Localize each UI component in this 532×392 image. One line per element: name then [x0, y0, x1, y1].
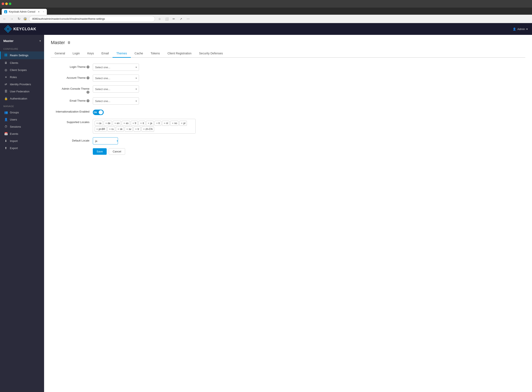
email-theme-label: Email Theme ?: [51, 98, 93, 102]
content-area: Master 🗑 General Login Keys Email Themes…: [44, 35, 532, 392]
login-theme-select[interactable]: Select one...: [93, 64, 139, 71]
default-locale-select[interactable]: ja: [93, 137, 118, 145]
cancel-button[interactable]: Cancel: [109, 148, 125, 155]
account-theme-help-icon[interactable]: ?: [87, 76, 89, 79]
admin-console-theme-control: Select one... ▾: [93, 85, 202, 93]
login-theme-help-icon[interactable]: ?: [87, 65, 89, 68]
locale-tag: ✕nl: [162, 121, 169, 126]
admin-console-theme-row: Admin Console Theme ? Select one... ▾: [51, 85, 202, 94]
toggle-track[interactable]: ON: [93, 110, 104, 115]
admin-console-theme-help-icon[interactable]: ?: [87, 91, 89, 94]
locale-remove-btn[interactable]: ✕: [172, 122, 174, 125]
sidebar-item-client-scopes[interactable]: ◎ Client Scopes: [0, 66, 44, 74]
tab-cache[interactable]: Cache: [131, 50, 147, 58]
locale-tag: ✕pl: [179, 121, 187, 126]
tab-email[interactable]: Email: [98, 50, 112, 58]
realm-settings-icon: [4, 53, 8, 57]
export-icon: ⬆: [4, 146, 8, 150]
keycloak-logo: KEYCLOAK: [4, 25, 36, 33]
sidebar-item-label: User Federation: [10, 90, 29, 93]
menu-icon[interactable]: ⋯: [186, 16, 191, 21]
sessions-icon: ⏱: [4, 125, 8, 128]
email-theme-select[interactable]: Select one...: [93, 98, 139, 105]
locale-remove-btn[interactable]: ✕: [96, 128, 98, 131]
locale-tag: ✕pt-BR: [95, 127, 107, 132]
share-icon[interactable]: ↗: [178, 16, 183, 21]
locale-remove-btn[interactable]: ✕: [163, 122, 165, 125]
sidebar-item-user-federation[interactable]: 🗄 User Federation: [0, 88, 44, 95]
locale-remove-btn[interactable]: ✕: [109, 128, 111, 131]
sidebar-item-export[interactable]: ⬆ Export: [0, 145, 44, 152]
sidebar-item-identity-providers[interactable]: ⇄ Identity Providers: [0, 81, 44, 88]
sidebar-item-import[interactable]: ⬇ Import: [0, 137, 44, 145]
sidebar-item-label: Events: [10, 132, 18, 135]
sidebar-item-groups[interactable]: 👥 Groups: [0, 109, 44, 116]
locale-remove-btn[interactable]: ✕: [156, 122, 158, 125]
tab-close-button[interactable]: ✕: [37, 10, 40, 14]
sidebar-item-sessions[interactable]: ⏱ Sessions: [0, 123, 44, 130]
sidebar-item-clients[interactable]: 🖥 Clients: [0, 59, 44, 66]
locale-remove-btn[interactable]: ✕: [143, 128, 145, 131]
supported-locales-label: Supported Locales: [51, 119, 93, 124]
admin-console-theme-select[interactable]: Select one...: [93, 85, 139, 93]
tab-general[interactable]: General: [51, 50, 69, 58]
email-theme-help-icon[interactable]: ?: [87, 99, 89, 102]
extensions-icon[interactable]: ⬜: [164, 16, 169, 21]
top-navbar: KEYCLOAK 👤 Admin ▾: [0, 23, 532, 35]
sidebar-item-authentication[interactable]: 🔒 Authentication: [0, 95, 44, 102]
sidebar-item-users[interactable]: 👤 Users: [0, 116, 44, 123]
locale-remove-btn[interactable]: ✕: [114, 122, 116, 125]
realm-name: Master: [3, 39, 14, 43]
back-button[interactable]: ←: [2, 16, 7, 21]
profile-icon[interactable]: ✏: [171, 16, 176, 21]
sidebar-item-roles[interactable]: ≡ Roles: [0, 74, 44, 81]
sidebar-item-events[interactable]: 📅 Events: [0, 130, 44, 137]
locale-remove-btn[interactable]: ✕: [132, 122, 134, 125]
default-locale-row: Default Locale ja ▾: [51, 137, 202, 145]
locale-remove-btn[interactable]: ✕: [181, 122, 183, 125]
page-title: Master: [51, 40, 65, 45]
login-theme-select-wrapper: Select one... ▾: [93, 64, 139, 71]
locale-remove-btn[interactable]: ✕: [117, 128, 119, 131]
toggle-switch[interactable]: ON: [93, 110, 202, 115]
tab-tokens[interactable]: Tokens: [147, 50, 163, 58]
locale-remove-btn[interactable]: ✕: [96, 122, 98, 125]
tab-keys[interactable]: Keys: [84, 50, 98, 58]
tab-security-defenses[interactable]: Security Defenses: [195, 50, 227, 58]
realm-selector[interactable]: Master ▾: [0, 37, 44, 45]
locale-remove-btn[interactable]: ✕: [123, 122, 125, 125]
tab-themes[interactable]: Themes: [112, 50, 131, 58]
sidebar-item-realm-settings[interactable]: Realm Settings: [0, 51, 44, 59]
default-locale-label: Default Locale: [51, 137, 93, 142]
manage-section-label: Manage: [0, 102, 44, 109]
locale-remove-btn[interactable]: ✕: [135, 128, 137, 131]
user-label: Admin: [517, 28, 525, 31]
sidebar-item-label: Users: [10, 118, 17, 121]
reload-button[interactable]: ↻: [16, 16, 21, 21]
locale-remove-btn[interactable]: ✕: [140, 122, 142, 125]
configure-section-label: Configure: [0, 45, 44, 51]
active-browser-tab[interactable]: Keycloak Admin Consol ✕ +: [2, 9, 47, 15]
account-theme-select[interactable]: Select one...: [93, 75, 139, 82]
sidebar-item-label: Realm Settings: [10, 54, 28, 57]
user-federation-icon: 🗄: [4, 90, 8, 93]
navbar-user-menu[interactable]: 👤 Admin ▾: [513, 28, 528, 31]
locales-box[interactable]: ✕ca✕de✕en✕es✕fr✕it✕ja✕lt✕nl✕no✕pl✕pt-BR✕…: [93, 119, 196, 134]
locale-tag: ✕lt: [154, 121, 161, 126]
user-icon: 👤: [513, 28, 516, 31]
locale-remove-btn[interactable]: ✕: [105, 122, 107, 125]
login-theme-control: Select one... ▾: [93, 64, 202, 71]
email-theme-control: Select one... ▾: [93, 98, 202, 105]
tab-login[interactable]: Login: [69, 50, 84, 58]
locale-tag: ✕zh-CN: [141, 127, 154, 132]
tab-client-registration[interactable]: Client Registration: [164, 50, 195, 58]
locale-remove-btn[interactable]: ✕: [148, 122, 149, 125]
forward-button[interactable]: →: [9, 16, 14, 21]
save-button[interactable]: Save: [93, 148, 107, 155]
address-input[interactable]: [29, 16, 155, 22]
delete-realm-button[interactable]: 🗑: [67, 41, 71, 45]
locale-tag: ✕ru: [107, 127, 115, 132]
email-theme-select-wrapper: Select one... ▾: [93, 98, 139, 105]
bookmark-icon[interactable]: ☆: [157, 16, 162, 21]
locale-remove-btn[interactable]: ✕: [126, 128, 128, 131]
